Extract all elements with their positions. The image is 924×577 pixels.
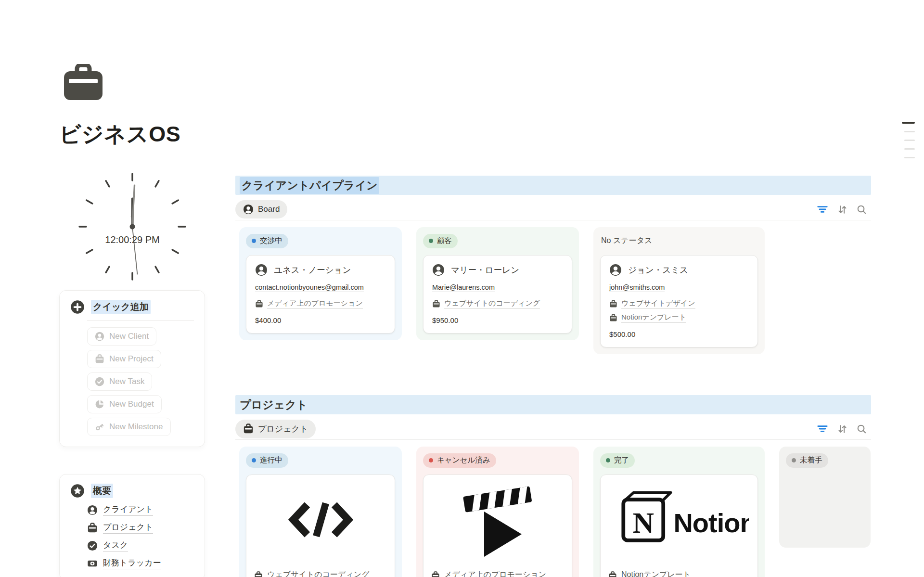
overview-link-finance-tracker[interactable]: 財務トラッカー xyxy=(87,557,161,569)
overview-link-projects[interactable]: プロジェクト xyxy=(87,522,153,534)
pipeline-board: 交渉中 ユネス・ノーション contact.notionbyounes@gmai… xyxy=(235,227,871,354)
check-icon xyxy=(87,540,98,551)
person-icon xyxy=(87,505,98,515)
board-column-done: 完了 N Notion Notionテンプレート xyxy=(593,447,765,577)
client-name: ユネス・ノーション xyxy=(274,264,351,276)
briefcase-icon xyxy=(87,523,98,533)
status-label: 未着手 xyxy=(800,455,822,465)
briefcase-icon xyxy=(95,354,104,364)
briefcase-icon xyxy=(255,300,263,308)
status-pill-negotiating[interactable]: 交渉中 xyxy=(246,234,288,248)
notion-logo-wordmark: Notion xyxy=(673,508,749,538)
board-column-cancelled: キャンセル済み xyxy=(416,447,579,577)
status-pill-customer[interactable]: 顧客 xyxy=(423,234,458,248)
client-email-link[interactable]: contact.notionbyounes@gmail.com xyxy=(255,283,364,292)
status-dot xyxy=(252,239,256,243)
projects-heading-banner: プロジェクト xyxy=(235,395,871,414)
new-project-button[interactable]: New Project xyxy=(87,350,161,368)
project-relation-link[interactable]: Notionテンプレート xyxy=(609,313,686,323)
client-name: マリー・ローレン xyxy=(451,264,519,276)
status-label: 完了 xyxy=(614,455,629,465)
client-card-marie[interactable]: マリー・ローレン Marie@laurens.com ウェブサイトのコーディング… xyxy=(423,255,572,333)
status-dot xyxy=(429,458,433,462)
status-pill-in-progress[interactable]: 進行中 xyxy=(246,453,288,468)
new-milestone-button[interactable]: New Milestone xyxy=(87,418,171,436)
client-card-younes[interactable]: ユネス・ノーション contact.notionbyounes@gmail.co… xyxy=(246,255,395,333)
project-relation-link[interactable]: ウェブサイトのコーディング xyxy=(432,299,540,309)
client-amount: $400.00 xyxy=(255,316,386,324)
overview-title: 概要 xyxy=(91,484,113,498)
pipeline-view-tabs: Board xyxy=(235,199,871,220)
toc-item[interactable] xyxy=(904,140,915,141)
overview-link-clients[interactable]: クライアント xyxy=(87,504,153,516)
new-client-button[interactable]: New Client xyxy=(87,327,156,346)
plus-circle-icon xyxy=(70,300,85,314)
board-column-not-started: 未着手 xyxy=(779,447,871,548)
new-task-button[interactable]: New Task xyxy=(87,372,152,391)
person-icon xyxy=(243,204,254,215)
toc-item[interactable] xyxy=(904,148,915,150)
banknote-icon xyxy=(87,558,98,569)
link-label: 財務トラッカー xyxy=(103,557,161,569)
button-label: New Task xyxy=(109,377,144,386)
board-view-tab[interactable]: Board xyxy=(235,200,287,218)
view-tab-label: プロジェクト xyxy=(258,423,308,435)
notion-logo-letter: N xyxy=(632,506,654,539)
sidebar: ビジネスOS 12:00:29 PM xyxy=(59,64,205,577)
key-icon xyxy=(95,422,104,432)
status-label-no-status[interactable]: No ステータス xyxy=(600,234,758,248)
sort-icon[interactable] xyxy=(836,423,848,435)
status-dot xyxy=(252,458,256,462)
briefcase-icon xyxy=(609,314,617,322)
client-amount: $500.00 xyxy=(609,330,749,338)
search-icon[interactable] xyxy=(856,423,867,435)
sort-icon[interactable] xyxy=(836,204,848,216)
analog-clock: 12:00:29 PM xyxy=(75,169,190,284)
new-budget-button[interactable]: New Budget xyxy=(87,395,162,413)
movie-clapper-icon xyxy=(459,481,536,559)
status-pill-not-started[interactable]: 未着手 xyxy=(786,453,828,468)
project-label: メディア上のプロモーション xyxy=(267,299,363,309)
projects-board: 進行中 ウェブサイトのコーディング xyxy=(235,447,871,577)
status-label: キャンセル済み xyxy=(437,455,490,465)
overview-link-tasks[interactable]: タスク xyxy=(87,539,128,551)
client-card-john[interactable]: ジョン・スミス john@smiths.com ウェブサイトデザイン Notio… xyxy=(600,255,758,347)
pipeline-heading: クライアントパイプライン xyxy=(240,177,379,194)
status-pill-done[interactable]: 完了 xyxy=(600,453,635,468)
quick-add-title: クイック追加 xyxy=(91,300,151,314)
filter-icon[interactable] xyxy=(816,423,829,435)
page-icon-briefcase[interactable] xyxy=(64,64,103,101)
briefcase-icon xyxy=(243,423,254,434)
view-tab-label: Board xyxy=(258,205,280,214)
code-icon xyxy=(288,501,353,538)
person-icon xyxy=(255,264,268,276)
toc-item[interactable] xyxy=(904,157,915,158)
person-icon xyxy=(95,332,104,341)
button-label: New Project xyxy=(109,354,154,364)
pipeline-heading-banner: クライアントパイプライン xyxy=(235,176,871,195)
project-label: ウェブサイトのコーディング xyxy=(444,299,540,309)
toc-item[interactable] xyxy=(904,131,915,132)
star-circle-icon xyxy=(70,484,85,498)
filter-icon[interactable] xyxy=(816,203,829,216)
projects-view-tab[interactable]: プロジェクト xyxy=(235,420,316,438)
briefcase-icon xyxy=(431,571,440,577)
page-title: ビジネスOS xyxy=(59,120,205,149)
board-column-customer: 顧客 マリー・ローレン Marie@laurens.com ウェブサイトのコーデ… xyxy=(416,227,579,340)
button-label: New Client xyxy=(109,332,149,341)
project-card-media-promotion[interactable]: メディア上のプロモーション xyxy=(423,474,572,577)
status-pill-cancelled[interactable]: キャンセル済み xyxy=(423,453,496,468)
briefcase-icon xyxy=(432,300,440,308)
project-label: ウェブサイトデザイン xyxy=(621,299,695,309)
status-dot xyxy=(606,458,610,462)
client-email-link[interactable]: Marie@laurens.com xyxy=(432,283,495,292)
project-card-website-coding[interactable]: ウェブサイトのコーディング xyxy=(246,474,395,577)
project-relation-link[interactable]: メディア上のプロモーション xyxy=(255,299,363,309)
search-icon[interactable] xyxy=(856,204,867,215)
toc-item[interactable] xyxy=(902,122,915,124)
link-label: プロジェクト xyxy=(103,522,153,534)
project-card-notion-template[interactable]: N Notion Notionテンプレート xyxy=(600,474,758,577)
client-email-link[interactable]: john@smiths.com xyxy=(609,283,665,292)
status-dot xyxy=(792,458,796,462)
project-relation-link[interactable]: ウェブサイトデザイン xyxy=(609,299,695,309)
